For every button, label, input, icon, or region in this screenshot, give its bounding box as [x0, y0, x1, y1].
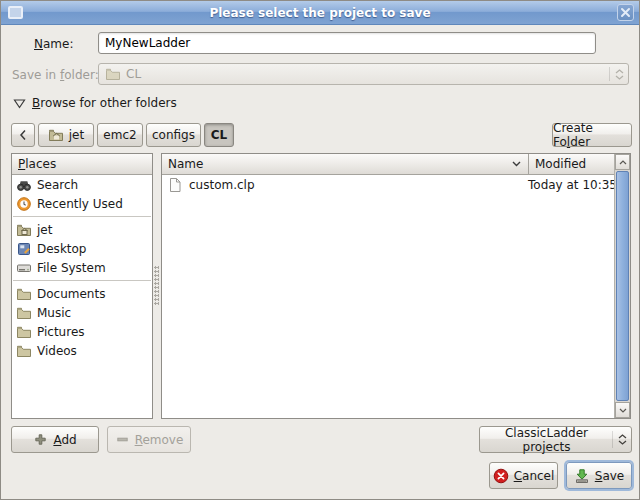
file-type-filter-combo[interactable]: ClassicLadder projects [479, 426, 632, 453]
plus-icon [33, 432, 48, 447]
save-button[interactable]: Save [566, 462, 632, 489]
path-button-jet[interactable]: jet [38, 123, 94, 147]
close-icon [620, 7, 631, 18]
desktop-icon [16, 241, 32, 257]
chevron-up-icon [619, 160, 627, 165]
chevron-left-icon [19, 129, 27, 141]
create-folder-button[interactable]: Create Folder [552, 123, 632, 147]
save-project-dialog: Please select the project to save Name: … [0, 0, 640, 500]
path-button-configs[interactable]: configs [146, 123, 201, 147]
places-item-recently-used[interactable]: Recently Used [12, 194, 152, 213]
filter-value: ClassicLadder projects [486, 426, 607, 454]
combo-spinner-icon [612, 431, 627, 449]
column-name-label: Name [168, 157, 203, 171]
path-button-cl-current[interactable]: CL [204, 123, 234, 147]
name-label: Name: [34, 37, 73, 51]
path-label: emc2 [103, 128, 136, 142]
add-button[interactable]: Add [11, 426, 99, 453]
folder-icon [16, 343, 32, 359]
file-list-scrollbar[interactable] [614, 154, 630, 418]
folder-icon [16, 324, 32, 340]
path-label: jet [69, 128, 84, 142]
expander-open-icon [13, 98, 26, 109]
places-item-label: Documents [37, 287, 105, 301]
close-button[interactable] [617, 4, 634, 21]
places-item-label: Pictures [37, 325, 85, 339]
add-label: Add [53, 433, 76, 447]
places-item-label: Music [37, 306, 71, 320]
titlebar[interactable]: Please select the project to save [1, 1, 639, 25]
path-label: CL [211, 128, 227, 142]
column-modified-label: Modified [535, 157, 586, 171]
places-separator [13, 216, 151, 217]
places-item-documents[interactable]: Documents [12, 284, 152, 303]
panel-splitter[interactable] [153, 153, 160, 419]
save-in-folder-label: Save in folder: [12, 68, 99, 82]
search-icon [16, 177, 32, 193]
file-row-custom-clp[interactable]: custom.clp Today at 10:35 [162, 175, 614, 195]
places-item-music[interactable]: Music [12, 303, 152, 322]
places-item-label: jet [37, 223, 52, 237]
path-back-button[interactable] [11, 123, 35, 147]
window-title: Please select the project to save [1, 6, 639, 20]
folder-icon [105, 66, 121, 82]
combo-spinner-icon [609, 67, 624, 81]
scrollbar-thumb[interactable] [616, 171, 629, 401]
file-list-panel: Name Modified custom.clp Today at 10:35 [161, 153, 631, 419]
folder-icon [16, 286, 32, 302]
recent-icon [16, 196, 32, 212]
column-header-modified[interactable]: Modified [528, 154, 614, 175]
path-label: configs [152, 128, 195, 142]
places-panel: Places Search Recently Used [11, 153, 153, 419]
places-item-label: Desktop [37, 242, 87, 256]
scroll-down-button[interactable] [615, 402, 630, 418]
save-in-folder-combo: CL [98, 63, 629, 85]
places-item-jet[interactable]: jet [12, 220, 152, 239]
folder-icon [16, 305, 32, 321]
name-input[interactable] [98, 32, 596, 54]
places-item-label: File System [37, 261, 106, 275]
places-item-pictures[interactable]: Pictures [12, 322, 152, 341]
file-icon [168, 177, 183, 193]
sort-descending-icon [511, 160, 522, 168]
places-item-desktop[interactable]: Desktop [12, 239, 152, 258]
cancel-label: Cancel [514, 469, 555, 483]
remove-button: Remove [107, 426, 191, 453]
scroll-up-button[interactable] [615, 154, 630, 170]
file-name: custom.clp [189, 178, 255, 192]
places-header: Places [12, 154, 152, 175]
chevron-down-icon [619, 408, 627, 413]
browse-other-folders-expander[interactable]: Browse for other folders [13, 96, 177, 110]
create-folder-label: Create Folder [553, 121, 631, 149]
places-separator [13, 280, 151, 281]
remove-label: Remove [135, 433, 184, 447]
cancel-button[interactable]: Cancel [489, 462, 558, 489]
places-item-label: Recently Used [37, 197, 123, 211]
save-in-folder-value: CL [126, 67, 604, 81]
path-button-emc2[interactable]: emc2 [97, 123, 143, 147]
column-header-name[interactable]: Name [162, 154, 528, 175]
home-folder-icon [48, 127, 64, 143]
filesystem-icon [16, 260, 32, 276]
save-icon [574, 468, 590, 484]
file-modified: Today at 10:35 [528, 178, 614, 192]
places-header-label: Places [18, 157, 56, 171]
places-item-file-system[interactable]: File System [12, 258, 152, 277]
places-item-videos[interactable]: Videos [12, 341, 152, 360]
home-folder-icon [16, 222, 32, 238]
places-item-label: Videos [37, 344, 77, 358]
places-item-label: Search [37, 178, 78, 192]
cancel-icon [493, 468, 509, 484]
splitter-grip-icon [154, 266, 159, 306]
save-label: Save [595, 469, 624, 483]
minus-icon [115, 432, 130, 447]
places-item-search[interactable]: Search [12, 175, 152, 194]
expander-label: Browse for other folders [32, 96, 177, 110]
